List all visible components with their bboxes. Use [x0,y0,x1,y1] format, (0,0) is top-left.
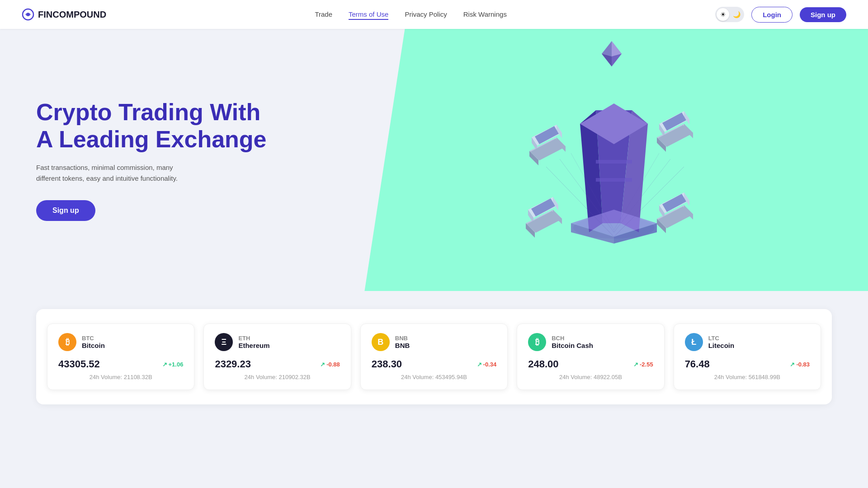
coin-volume: 24h Volume: 48922.05B [528,374,653,380]
crypto-card: Ξ ETH Ethereum 2329.23 ↗-0.88 24h Volume… [203,324,351,390]
coin-price: 238.30 [372,358,402,370]
coin-volume: 24h Volume: 561848.99B [685,374,810,380]
coin-name: Bitcoin Cash [552,342,593,349]
svg-point-1 [27,13,29,16]
coin-name: BNB [395,342,410,349]
arrow-icon: ↗ [633,361,638,368]
coin-icon-bnb: B [372,333,390,351]
coin-price: 248.00 [528,358,558,370]
theme-toggle: ☀ 🌙 [715,7,744,22]
hero-illustration [364,29,868,291]
card-header: Ξ ETH Ethereum [215,333,340,351]
coin-volume: 24h Volume: 210902.32B [215,374,340,380]
theme-light-button[interactable]: ☀ [717,8,729,21]
card-price-row: 43305.52 ↗+1.06 [58,358,183,370]
card-header: ₿ BTC Bitcoin [58,333,183,351]
nav-links: Trade Terms of Use Privacy Policy Risk W… [315,10,507,19]
coin-symbol: BCH [552,335,593,342]
coin-price: 43305.52 [58,358,100,370]
coin-symbol: BTC [82,335,105,342]
coin-change: ↗-0.34 [477,361,497,368]
signup-nav-button[interactable]: Sign up [800,7,846,22]
coin-name: Ethereum [238,342,269,349]
coin-change: ↗+1.06 [162,361,184,368]
coin-symbol: BNB [395,335,410,342]
iso-illustration-svg [481,33,752,286]
coin-icon-eth: Ξ [215,333,233,351]
coin-change: ↗-0.88 [320,361,340,368]
card-price-row: 238.30 ↗-0.34 [372,358,496,370]
crypto-card: ₿ BCH Bitcoin Cash 248.00 ↗-2.55 24h Vol… [517,324,664,390]
coin-names: ETH Ethereum [238,335,269,349]
arrow-icon: ↗ [162,361,167,368]
coin-change: ↗-2.55 [633,361,653,368]
coin-icon-ltc: Ł [685,333,703,351]
crypto-card: B BNB BNB 238.30 ↗-0.34 24h Volume: 4534… [360,324,508,390]
crypto-card: Ł LTC Litecoin 76.48 ↗-0.83 24h Volume: … [674,324,821,390]
hero-subtitle: Fast transactions, minimal commission, m… [36,162,199,184]
coin-names: BTC Bitcoin [82,335,105,349]
coin-names: BCH Bitcoin Cash [552,335,593,349]
svg-rect-11 [596,160,632,164]
theme-dark-button[interactable]: 🌙 [730,8,743,21]
arrow-icon: ↗ [320,361,325,368]
card-header: Ł LTC Litecoin [685,333,810,351]
logo-icon [22,8,34,21]
cards-wrapper: ₿ BTC Bitcoin 43305.52 ↗+1.06 24h Volume… [36,309,832,404]
coin-symbol: LTC [708,335,735,342]
signup-hero-button[interactable]: Sign up [36,200,95,221]
card-header: B BNB BNB [372,333,496,351]
svg-marker-3 [612,41,622,56]
login-button[interactable]: Login [751,7,793,23]
coin-volume: 24h Volume: 453495.94B [372,374,496,380]
logo-link[interactable]: FINCOMPOUND [22,8,106,21]
coin-change: ↗-0.83 [790,361,810,368]
brand-name: FINCOMPOUND [38,9,106,20]
card-header: ₿ BCH Bitcoin Cash [528,333,653,351]
cards-section: ₿ BTC Bitcoin 43305.52 ↗+1.06 24h Volume… [0,291,868,432]
navbar: FINCOMPOUND Trade Terms of Use Privacy P… [0,0,868,29]
nav-risk[interactable]: Risk Warnings [463,10,507,18]
coin-icon-btc: ₿ [58,333,76,351]
coin-icon-bch: ₿ [528,333,546,351]
nav-trade[interactable]: Trade [315,10,332,18]
card-price-row: 248.00 ↗-2.55 [528,358,653,370]
coin-symbol: ETH [238,335,269,342]
coin-name: Bitcoin [82,342,105,349]
card-price-row: 76.48 ↗-0.83 [685,358,810,370]
coin-price: 76.48 [685,358,710,370]
coin-volume: 24h Volume: 21108.32B [58,374,183,380]
coin-names: BNB BNB [395,335,410,349]
hero-content: Crypto Trading With A Leading Exchange F… [0,63,316,257]
nav-right: ☀ 🌙 Login Sign up [715,7,846,23]
coin-price: 2329.23 [215,358,251,370]
arrow-icon: ↗ [477,361,482,368]
card-price-row: 2329.23 ↗-0.88 [215,358,340,370]
hero-title: Crypto Trading With A Leading Exchange [36,99,280,153]
coin-name: Litecoin [708,342,735,349]
nav-privacy[interactable]: Privacy Policy [405,10,447,18]
crypto-card: ₿ BTC Bitcoin 43305.52 ↗+1.06 24h Volume… [47,324,194,390]
coin-names: LTC Litecoin [708,335,735,349]
arrow-icon: ↗ [790,361,795,368]
svg-rect-12 [596,178,632,182]
nav-terms[interactable]: Terms of Use [349,10,388,20]
hero-section: Crypto Trading With A Leading Exchange F… [0,29,868,291]
